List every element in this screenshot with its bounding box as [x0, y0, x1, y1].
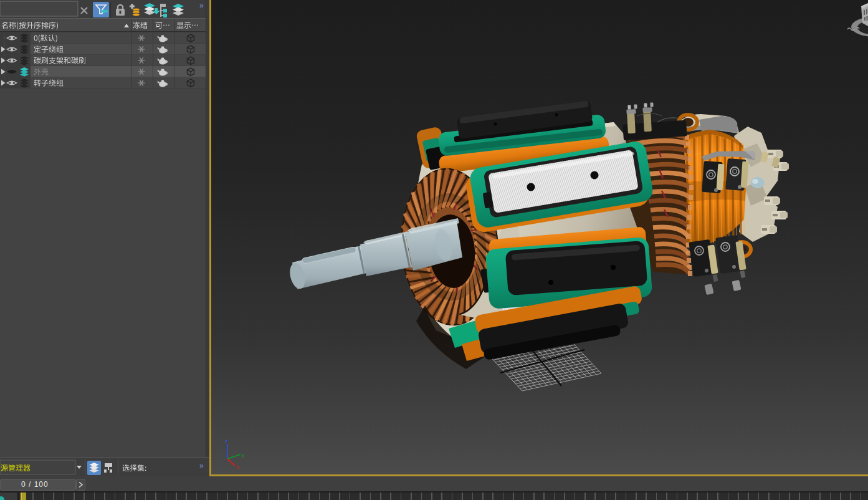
- svg-text:x: x: [236, 464, 239, 470]
- svg-text:»: »: [199, 1, 204, 10]
- svg-text:»: »: [199, 461, 204, 470]
- svg-text:y: y: [242, 452, 245, 458]
- svg-text:z: z: [225, 438, 228, 445]
